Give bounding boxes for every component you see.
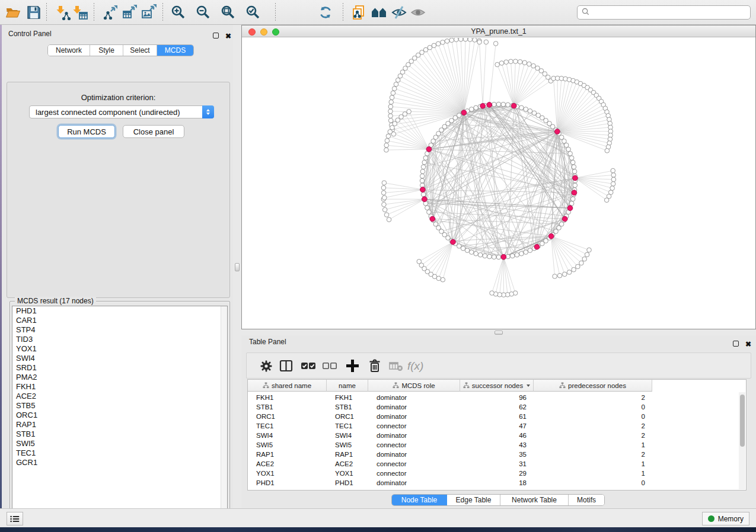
leaf-node[interactable] (468, 38, 473, 41)
leaf-node[interactable] (553, 274, 557, 279)
show-all-icon[interactable] (409, 4, 427, 21)
leaf-node[interactable] (423, 47, 428, 52)
ring-node[interactable] (515, 252, 519, 257)
gear-icon[interactable] (259, 357, 276, 375)
ring-node[interactable] (528, 248, 532, 253)
leaf-node[interactable] (562, 272, 567, 277)
mcds-hub-node[interactable] (562, 216, 567, 222)
leaf-node[interactable] (557, 273, 562, 278)
leaf-node[interactable] (382, 202, 387, 207)
mcds-hub-node[interactable] (487, 102, 492, 108)
leaf-node[interactable] (387, 217, 391, 222)
ring-node[interactable] (474, 251, 479, 256)
result-node-item[interactable]: RAP1 (12, 420, 227, 430)
mcds-hub-node[interactable] (572, 190, 577, 196)
ring-node[interactable] (423, 156, 428, 161)
leaf-node[interactable] (585, 252, 589, 257)
table-row[interactable]: ORC1ORC1dominator610 (248, 412, 746, 421)
float-panel-icon[interactable] (213, 30, 219, 41)
leaf-node[interactable] (394, 82, 398, 86)
result-node-item[interactable]: GCR1 (12, 458, 227, 467)
ring-node[interactable] (496, 102, 501, 107)
table-row[interactable]: PHD1PHD1dominator180 (248, 478, 746, 488)
tab-node-table[interactable]: Node Table (392, 495, 447, 505)
leaf-node[interactable] (504, 60, 509, 65)
leaf-node[interactable] (582, 257, 587, 261)
mcds-hub-node[interactable] (573, 175, 578, 181)
table-row[interactable]: ACE2ACE2connector311 (248, 459, 746, 469)
leaf-node[interactable] (458, 38, 463, 41)
leaf-node[interactable] (389, 100, 394, 104)
run-mcds-button[interactable]: Run MCDS (58, 125, 115, 138)
ring-node[interactable] (427, 210, 432, 214)
leaf-node[interactable] (436, 41, 441, 46)
hide-selected-icon[interactable] (390, 4, 408, 21)
ring-node[interactable] (487, 254, 492, 259)
ring-node[interactable] (570, 160, 575, 165)
add-column-icon[interactable] (344, 357, 361, 375)
leaf-node[interactable] (579, 261, 584, 265)
ring-node[interactable] (492, 102, 496, 107)
result-node-item[interactable]: PHD1 (12, 306, 227, 316)
leaf-node[interactable] (454, 38, 459, 42)
leaf-node[interactable] (587, 248, 592, 252)
import-table-icon[interactable] (71, 4, 89, 21)
ring-node[interactable] (421, 165, 426, 169)
ring-node[interactable] (510, 254, 515, 258)
leaf-node[interactable] (388, 104, 393, 109)
leaf-node[interactable] (495, 62, 500, 67)
leaf-node[interactable] (611, 173, 616, 178)
mcds-hub-node[interactable] (567, 206, 573, 211)
table-row[interactable]: TEC1TEC1connector472 (248, 421, 746, 431)
task-history-button[interactable] (7, 512, 23, 525)
open-file-icon[interactable] (4, 4, 22, 21)
select-all-icon[interactable] (300, 357, 317, 375)
tab-style[interactable]: Style (90, 45, 123, 56)
memory-button[interactable]: Memory (702, 512, 749, 525)
ring-node[interactable] (564, 143, 569, 148)
ring-node[interactable] (421, 192, 426, 197)
ring-node[interactable] (528, 109, 532, 114)
zoom-out-icon[interactable] (194, 4, 212, 21)
first-neighbors-icon[interactable] (370, 4, 388, 21)
leaf-node[interactable] (391, 91, 395, 95)
ring-node[interactable] (573, 183, 578, 188)
leaf-node[interactable] (449, 38, 454, 43)
ring-node[interactable] (469, 250, 474, 255)
leaf-node[interactable] (473, 38, 477, 42)
mcds-hub-node[interactable] (461, 110, 467, 116)
leaf-node[interactable] (518, 60, 522, 65)
leaf-node[interactable] (445, 39, 449, 44)
ring-node[interactable] (425, 206, 430, 210)
leaf-node[interactable] (388, 130, 393, 134)
leaf-node[interactable] (604, 198, 609, 203)
close-panel-button[interactable]: Close panel (123, 125, 184, 138)
column-header-predecessor-nodes[interactable]: predecessor nodes (534, 380, 652, 392)
node-table[interactable]: shared namenameMCDS rolesuccessor nodesp… (247, 379, 747, 491)
optimization-criterion-dropdown[interactable]: largest connected component (undirected) (29, 105, 214, 118)
ring-node[interactable] (478, 252, 483, 257)
leaf-node[interactable] (384, 213, 389, 217)
leaf-node[interactable] (381, 191, 386, 196)
close-panel-icon[interactable]: ✖ (225, 30, 231, 41)
tab-motifs[interactable]: Motifs (569, 495, 604, 505)
export-table-icon[interactable] (121, 4, 139, 21)
ring-node[interactable] (492, 255, 496, 259)
result-node-item[interactable]: YOX1 (12, 344, 227, 354)
ring-node[interactable] (474, 105, 479, 110)
deselect-all-icon[interactable] (321, 357, 338, 375)
result-node-item[interactable]: STB1 (12, 430, 227, 439)
mcds-hub-node[interactable] (422, 197, 427, 202)
leaf-node[interactable] (484, 40, 489, 44)
import-network-icon[interactable] (55, 4, 72, 21)
network-window-titlebar[interactable]: YPA_prune.txt_1 (242, 25, 755, 37)
tab-network-table[interactable]: Network Table (500, 495, 569, 505)
leaf-node[interactable] (522, 60, 527, 65)
refresh-icon[interactable] (317, 4, 334, 21)
splitter-handle[interactable] (235, 263, 240, 271)
mcds-hub-node[interactable] (501, 254, 506, 259)
tab-network[interactable]: Network (48, 45, 90, 56)
ring-node[interactable] (524, 107, 528, 112)
leaf-node[interactable] (576, 264, 580, 269)
ring-node[interactable] (506, 102, 511, 107)
